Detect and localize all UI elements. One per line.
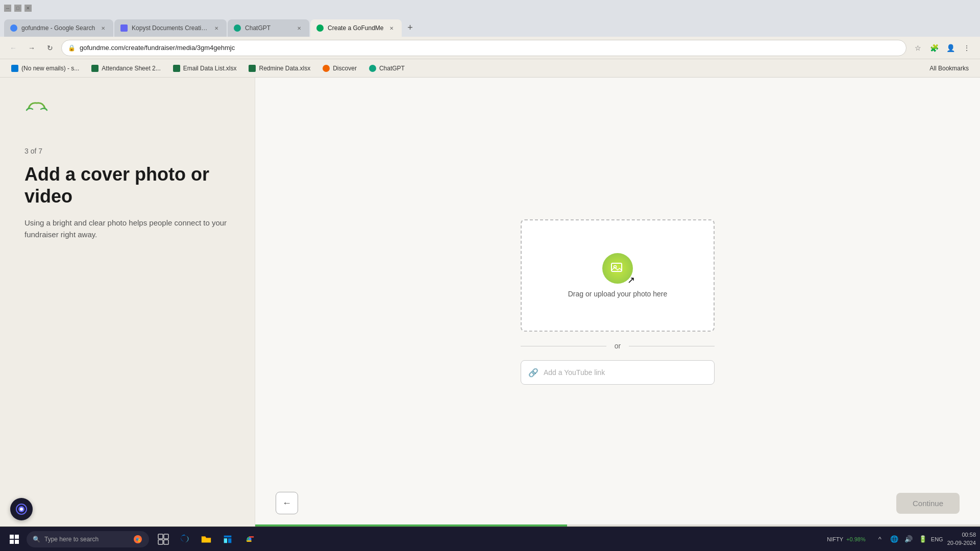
svg-rect-8 — [158, 534, 163, 539]
bottom-nav: ← Continue — [255, 492, 980, 514]
taskbar-items — [153, 529, 259, 549]
bookmark-redmine[interactable]: Redmine Data.xlsx — [243, 62, 315, 75]
maximize-button[interactable]: □ — [14, 5, 21, 12]
taskbar-item-store[interactable] — [217, 529, 238, 549]
bookmark-label-discover: Discover — [333, 65, 357, 72]
or-divider: or — [521, 342, 715, 350]
or-line-left — [521, 346, 606, 346]
tab-close-google[interactable]: ✕ — [99, 24, 107, 32]
tab-favicon-chatgpt — [234, 24, 241, 32]
taskbar-search[interactable]: 🔍 Type here to search 🎭 — [27, 531, 149, 547]
bookmarks-bar: (No new emails) - s... Attendance Sheet … — [0, 59, 980, 78]
system-clock[interactable]: 00:58 20-09-2024 — [947, 531, 976, 547]
page-title: Add a cover photo or video — [24, 163, 230, 207]
menu-button[interactable]: ⋮ — [960, 41, 974, 55]
bookmark-email[interactable]: (No new emails) - s... — [6, 62, 84, 75]
bookmark-favicon-redmine — [249, 65, 256, 72]
svg-rect-2 — [10, 535, 14, 539]
keyboard-layout[interactable]: ENG — [931, 533, 943, 545]
system-tray: ^ 🌐 🔊 🔋 ENG — [874, 533, 943, 545]
nifty-value: +0.98% — [846, 536, 866, 542]
search-icon: 🔍 — [33, 536, 40, 543]
tab-close-kopyst[interactable]: ✕ — [212, 24, 220, 32]
address-bar[interactable]: 🔒 gofundme.com/create/fundraiser/media/3… — [61, 40, 906, 56]
bookmark-chatgpt[interactable]: ChatGPT — [364, 62, 410, 75]
battery-icon[interactable]: 🔋 — [917, 533, 929, 545]
tab-label-chatgpt: ChatGPT — [245, 24, 291, 32]
bookmark-attendance[interactable]: Attendance Sheet 2... — [86, 62, 165, 75]
bookmark-favicon-email — [11, 65, 18, 72]
or-text: or — [615, 342, 621, 350]
link-icon: 🔗 — [528, 368, 538, 378]
bookmark-label-chatgpt: ChatGPT — [379, 65, 405, 72]
volume-icon[interactable]: 🔊 — [902, 533, 915, 545]
taskbar-item-chrome[interactable] — [239, 529, 259, 549]
svg-rect-11 — [164, 540, 168, 544]
forward-nav-button[interactable]: → — [24, 41, 39, 55]
address-text: gofundme.com/create/fundraiser/media/3gm… — [80, 44, 900, 52]
all-bookmarks-button[interactable]: All Bookmarks — [924, 62, 974, 75]
lock-icon: 🔒 — [68, 44, 76, 52]
youtube-input[interactable]: 🔗 Add a YouTube link — [521, 360, 715, 385]
tab-kopyst[interactable]: Kopyst Documents Creation.xl... ✕ — [114, 19, 227, 37]
tab-label-gofundme: Create a GoFundMe — [328, 24, 383, 32]
svg-point-15 — [20, 508, 23, 511]
title-bar: ─ □ ✕ — [0, 0, 980, 16]
bookmark-favicon-discover — [323, 65, 330, 72]
clock-date: 20-09-2024 — [947, 539, 976, 547]
window-controls: ─ □ ✕ — [4, 5, 32, 12]
nifty-label: NIFTY — [827, 536, 843, 542]
bookmark-star-button[interactable]: ☆ — [911, 41, 925, 55]
profile-button[interactable]: 👤 — [943, 41, 958, 55]
chevron-up-icon[interactable]: ^ — [874, 533, 886, 545]
svg-rect-5 — [15, 540, 19, 544]
minimize-button[interactable]: ─ — [4, 5, 11, 12]
svg-text:🎭: 🎭 — [135, 537, 141, 543]
start-button[interactable] — [4, 529, 24, 549]
continue-button[interactable]: Continue — [896, 493, 960, 514]
svg-rect-10 — [158, 540, 163, 544]
all-bookmarks-label: All Bookmarks — [929, 65, 969, 72]
bookmark-label-redmine: Redmine Data.xlsx — [259, 65, 310, 72]
tab-chatgpt[interactable]: ChatGPT ✕ — [228, 19, 309, 37]
bookmark-emaildata[interactable]: Email Data List.xlsx — [168, 62, 242, 75]
tab-favicon-gofundme — [316, 24, 324, 32]
close-button[interactable]: ✕ — [24, 5, 32, 12]
floating-assistant[interactable] — [10, 498, 33, 520]
taskbar-item-edge[interactable] — [175, 529, 195, 549]
taskbar: 🔍 Type here to search 🎭 — [0, 527, 980, 551]
upload-text: Drag or upload your photo here — [568, 290, 668, 298]
browser-frame: ─ □ ✕ gofundme - Google Search ✕ Kopyst … — [0, 0, 980, 551]
progress-bar — [255, 524, 567, 527]
youtube-placeholder: Add a YouTube link — [544, 368, 605, 377]
tab-close-gofundme[interactable]: ✕ — [387, 24, 396, 32]
clock-time: 00:58 — [947, 531, 976, 539]
page-description: Using a bright and clear photo helps peo… — [24, 217, 230, 240]
step-indicator: 3 of 7 — [24, 147, 230, 155]
back-nav-button[interactable]: ← — [6, 41, 20, 55]
gofundme-logo — [24, 98, 230, 116]
taskbar-item-explorer[interactable] — [196, 529, 216, 549]
tab-label-kopyst: Kopyst Documents Creation.xl... — [132, 24, 208, 32]
extensions-button[interactable]: 🧩 — [927, 41, 941, 55]
back-button[interactable]: ← — [276, 492, 298, 514]
svg-rect-4 — [10, 540, 14, 544]
tab-favicon-google — [10, 24, 17, 32]
nav-bar: ← → ↻ 🔒 gofundme.com/create/fundraiser/m… — [0, 37, 980, 59]
svg-rect-3 — [15, 535, 19, 539]
taskbar-item-taskview[interactable] — [153, 529, 174, 549]
tab-gofundme[interactable]: Create a GoFundMe ✕ — [310, 19, 402, 37]
bookmark-discover[interactable]: Discover — [317, 62, 362, 75]
reload-button[interactable]: ↻ — [43, 41, 57, 55]
nav-actions: ☆ 🧩 👤 ⋮ — [911, 41, 974, 55]
bookmark-label-emaildata: Email Data List.xlsx — [183, 65, 237, 72]
new-tab-button[interactable]: + — [403, 20, 417, 35]
tab-close-chatgpt[interactable]: ✕ — [295, 24, 303, 32]
network-icon[interactable]: 🌐 — [888, 533, 900, 545]
upload-area[interactable]: ↗ Drag or upload your photo here — [521, 219, 715, 332]
bookmark-label-email: (No new emails) - s... — [21, 65, 79, 72]
bookmark-favicon-attendance — [91, 65, 99, 72]
tab-google[interactable]: gofundme - Google Search ✕ — [4, 19, 113, 37]
bookmarks-right: All Bookmarks — [924, 62, 974, 75]
progress-bar-container — [255, 524, 980, 527]
